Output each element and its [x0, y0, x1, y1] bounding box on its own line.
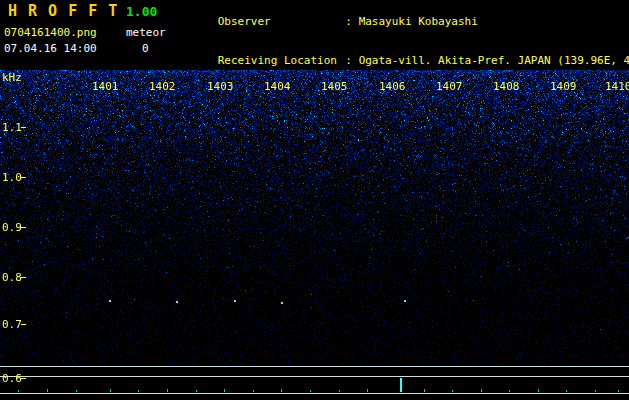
meteor-count-value: 0	[142, 42, 149, 55]
app-logo: H R O F F T	[8, 2, 118, 20]
time-tick-label: 1408	[493, 80, 520, 93]
hrofft-window: H R O F F T 1.00 0704161400.png meteor 0…	[0, 0, 629, 400]
freq-axis-unit: kHz	[2, 71, 22, 84]
observation-timestamp: 07.04.16 14:00	[4, 42, 97, 55]
freq-tick-label: 0.8	[2, 271, 22, 284]
time-tick-label: 1401	[92, 80, 119, 93]
time-tick-label: 1403	[207, 80, 234, 93]
time-tick-label: 1407	[436, 80, 463, 93]
time-tick-label: 1402	[149, 80, 176, 93]
freq-tick-mark	[21, 177, 26, 178]
freq-tick-mark	[21, 378, 26, 379]
freq-tick-mark	[21, 127, 26, 128]
info-value: Masayuki Kobayashi	[359, 15, 478, 28]
time-tick-label: 1405	[321, 80, 348, 93]
signal-level-strip	[0, 366, 629, 400]
info-separator: :	[339, 15, 359, 28]
freq-tick-mark	[21, 324, 26, 325]
freq-tick-label: 0.6	[2, 372, 22, 385]
freq-tick-label: 1.1	[2, 121, 22, 134]
time-tick-label: 1409	[550, 80, 577, 93]
output-filename: 0704161400.png	[4, 26, 97, 39]
time-tick-label: 1406	[379, 80, 406, 93]
info-separator: :	[339, 54, 359, 67]
freq-tick-label: 1.0	[2, 171, 22, 184]
info-label: Observer	[218, 15, 339, 28]
freq-tick-label: 0.9	[2, 221, 22, 234]
time-tick-label: 1404	[264, 80, 291, 93]
meteor-count-label: meteor	[126, 26, 166, 39]
app-version: 1.00	[126, 4, 157, 19]
freq-tick-label: 0.7	[2, 318, 22, 331]
freq-tick-mark	[21, 227, 26, 228]
info-value: Ogata-vill. Akita-Pref. JAPAN (139.96E, …	[359, 54, 629, 67]
info-row-observer: Observer : Masayuki Kobayashi	[178, 2, 629, 41]
spectrogram-canvas	[0, 70, 629, 366]
info-label: Receiving Location	[218, 54, 339, 67]
time-tick-label: 1410	[605, 80, 629, 93]
freq-tick-mark	[21, 277, 26, 278]
